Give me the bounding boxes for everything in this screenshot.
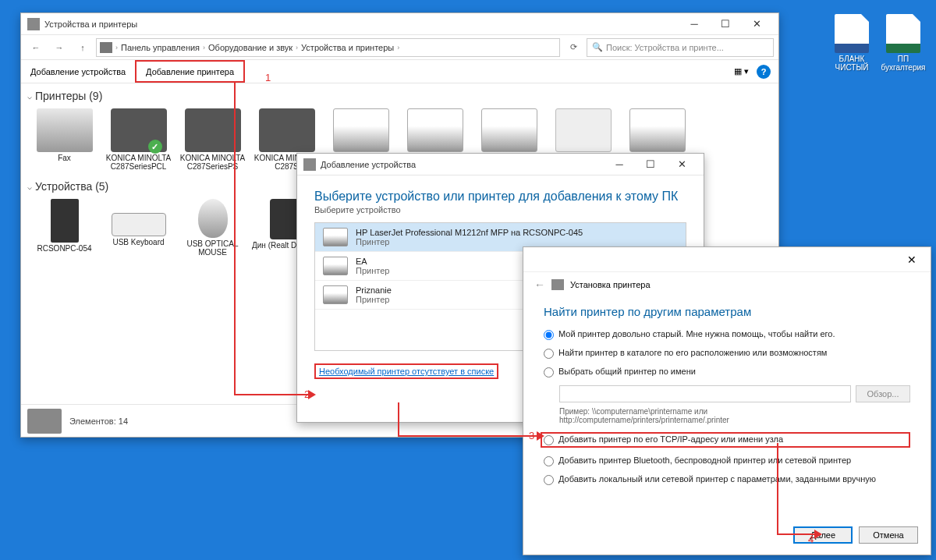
titlebar[interactable]: Устройства и принтеры ─ ☐ ✕ [21,13,778,35]
option-catalog[interactable]: Найти принтер в каталоге по его располож… [544,348,910,359]
chevron-down-icon: ⌵ [27,183,32,191]
option-local[interactable]: Добавить локальный или сетевой принтер с… [544,474,910,485]
add-device-button[interactable]: Добавление устройства [21,60,135,83]
annotation-number: 3 [529,430,534,441]
printer-icon [185,108,241,152]
browse-button[interactable]: Обзор... [856,385,910,402]
annotation-arrow [234,82,236,394]
printer-icon [333,108,389,152]
device-item[interactable]: USB Keyboard [101,199,176,257]
annotation-arrow [398,435,538,437]
device-item[interactable]: USB OPTICAL MOUSE [176,199,250,257]
printer-not-listed-link[interactable]: Необходимый принтер отсутствует в списке [314,363,498,379]
annotation-arrow [398,402,399,435]
chevron-icon: › [296,44,298,51]
status-text: Элементов: 14 [69,416,128,426]
annotation-arrow [234,394,308,395]
printer-icon [555,108,612,152]
dialog-heading: Выберите устройство или принтер для доба… [314,190,686,204]
option-shared[interactable]: Выбрать общий принтер по имени [544,367,910,377]
up-button[interactable]: ↑ [73,38,93,57]
add-printer-button[interactable]: Добавление принтера [135,60,245,83]
back-button[interactable]: ← [534,278,545,291]
view-button[interactable]: ▦ ▾ [734,66,749,76]
printer-icon [259,108,315,152]
window-title: Устройства и принтеры [44,19,137,29]
refresh-button[interactable]: ⟳ [563,38,583,57]
chevron-icon: › [397,44,399,51]
option-tcpip[interactable]: Добавить принтер по его TCP/IP-адресу ил… [541,432,910,448]
dialog-heading: Найти принтер по другим параметрам [544,305,910,318]
toolbar: Добавление устройства Добавление принтер… [21,60,778,83]
back-button[interactable]: ← [26,38,46,57]
help-button[interactable]: ? [757,65,771,79]
breadcrumb-item[interactable]: Устройства и принтеры [301,43,394,52]
dialog-header: Установка принтера [570,280,651,289]
dialog-subheading: Выберите устройство [314,205,686,214]
device-item[interactable]: RCSONPC-054 [27,199,101,257]
share-name-input[interactable] [559,385,851,402]
breadcrumb-item[interactable]: Панель управления [121,43,200,52]
desktop-icon-excel[interactable]: ПП бухгалтерия [880,14,927,72]
desktop-icon-label: ПП бухгалтерия [880,55,927,72]
printer-icon [323,228,348,246]
keyboard-icon [112,213,166,236]
printer-icon [629,108,686,152]
forward-button[interactable]: → [49,38,69,57]
chevron-icon: › [115,44,118,51]
close-button[interactable]: ✕ [741,14,772,34]
annotation-number: 4 [808,533,814,545]
maximize-button[interactable]: ☐ [635,154,666,175]
option-bluetooth[interactable]: Добавить принтер Bluetooth, беспроводной… [544,455,910,466]
printer-icon [551,279,564,290]
window-icon [27,18,40,30]
section-label: Устройства (5) [35,180,108,193]
search-input[interactable]: 🔍 Поиск: Устройства и принте... [587,38,774,57]
printers-section-header[interactable]: ⌵ Принтеры (9) [21,87,778,105]
location-icon [100,42,112,53]
printer-item[interactable]: Fax [27,108,101,171]
printer-icon: ✓ [111,108,167,152]
breadcrumb-item[interactable]: Оборудование и звук [208,43,292,52]
example-text: Пример: \\computername\printername илиht… [544,407,910,424]
dialog-title: Добавление устройства [321,160,416,169]
minimize-button[interactable]: ─ [604,154,635,175]
default-check-icon: ✓ [148,140,162,154]
install-printer-dialog: ✕ ← Установка принтера Найти принтер по … [523,246,931,555]
annotation-number: 1 [265,72,271,83]
section-label: Принтеры (9) [35,90,102,102]
option-old-printer[interactable]: Мой принтер довольно старый. Мне нужна п… [544,329,910,340]
search-icon: 🔍 [592,42,603,52]
status-icon [27,409,62,434]
breadcrumb[interactable]: › Панель управления › Оборудование и зву… [96,38,560,57]
annotation-arrowhead [814,530,822,539]
chevron-icon: › [203,44,205,51]
next-button[interactable]: Далее [793,526,853,544]
search-placeholder: Поиск: Устройства и принте... [606,43,724,52]
close-button[interactable]: ✕ [899,253,924,266]
navigation-bar: ← → ↑ › Панель управления › Оборудование… [21,35,778,60]
printer-item[interactable]: KONICA MINOLTA C287SeriesPS [176,108,250,171]
computer-icon [51,199,79,243]
chevron-down-icon: ⌵ [27,92,32,101]
annotation-arrow [777,443,778,533]
minimize-button[interactable]: ─ [679,14,710,34]
printer-item[interactable]: ✓KONICA MINOLTA C287SeriesPCL [101,108,176,171]
cancel-button[interactable]: Отмена [859,526,918,544]
desktop-icon-word[interactable]: БЛАНК ЧИСТЫЙ [828,14,875,72]
dialog-icon [303,158,316,171]
annotation-arrowhead [537,431,544,441]
desktop-icon-label: БЛАНК ЧИСТЫЙ [828,55,875,72]
printer-icon [481,108,537,152]
maximize-button[interactable]: ☐ [710,14,741,34]
mouse-icon [198,199,228,238]
printer-icon [323,257,348,275]
printer-icon [407,108,463,152]
annotation-number: 2 [304,388,310,400]
close-button[interactable]: ✕ [666,154,697,175]
fax-icon [37,108,93,152]
printer-icon [323,285,348,304]
